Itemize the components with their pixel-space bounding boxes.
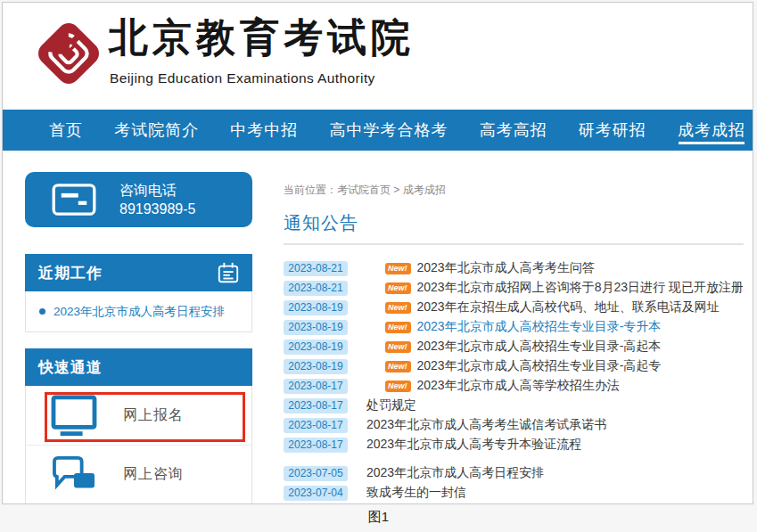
notice-row: 2023-08-21 New! 2023年北京市成招网上咨询将于8月23日进行 … xyxy=(284,278,744,298)
notice-row: 2023-08-17 处罚规定 xyxy=(284,396,744,415)
site-header: 北京教育考试院 Beijing Education Examinations A… xyxy=(3,3,753,110)
new-badge: New! xyxy=(385,341,411,353)
notice-date: 2023-08-17 xyxy=(284,398,348,413)
notice-link[interactable]: 2023年北京市成人高等学校招生办法 xyxy=(417,378,620,394)
notice-link[interactable]: 2023年北京市成招网上咨询将于8月23日进行 现已开放注册 xyxy=(417,280,744,296)
breadcrumb-prefix: 当前位置： xyxy=(284,184,337,196)
page-content: 咨询电话 89193989-5 近期工作 xyxy=(3,151,753,504)
quick-channel-box: 快速通道 网上报名 网上咨 xyxy=(25,348,252,504)
notice-link[interactable]: 2023年北京市成人高校招生专业目录-高起专 xyxy=(417,358,662,374)
notices-section-title: 通知公告 xyxy=(284,211,744,245)
nav-item-about[interactable]: 考试院简介 xyxy=(114,110,199,151)
new-badge: New! xyxy=(385,361,411,372)
notice-date: 2023-08-19 xyxy=(284,340,348,355)
phone-number: 89193989-5 xyxy=(119,200,195,218)
consult-phone-card: 咨询电话 89193989-5 xyxy=(25,172,252,227)
notice-link[interactable]: 2023年北京市成人高考考生问答 xyxy=(417,260,595,276)
notice-link[interactable]: 2023年北京市成人高考考生诚信考试承诺书 xyxy=(366,417,606,433)
notice-link[interactable]: 2023年在京招生成人高校代码、地址、联系电话及网址 xyxy=(417,299,720,315)
online-consult-item[interactable]: 网上咨询 xyxy=(26,445,251,503)
recent-work-title: 近期工作 xyxy=(38,263,103,283)
online-consult-label: 网上咨询 xyxy=(123,465,184,484)
notice-row: 2023-08-19 New! 2023年北京市成人高校招生专业目录-专升本 xyxy=(284,317,744,337)
sidebar: 咨询电话 89193989-5 近期工作 xyxy=(25,172,252,504)
new-badge: New! xyxy=(385,381,411,392)
online-registration-label: 网上报名 xyxy=(123,406,184,425)
notice-date: 2023-07-04 xyxy=(284,486,348,501)
website-screenshot: 北京教育考试院 Beijing Education Examinations A… xyxy=(2,2,753,504)
notice-row: 2023-08-17 2023年北京市成人高考考生诚信考试承诺书 xyxy=(284,415,744,435)
notice-date: 2023-07-05 xyxy=(284,466,348,481)
nav-item-home[interactable]: 首页 xyxy=(49,110,83,151)
site-subtitle: Beijing Education Examinations Authority xyxy=(110,70,375,86)
chat-icon xyxy=(50,454,98,495)
notice-link[interactable]: 2023年北京市成人高考专升本验证流程 xyxy=(366,437,581,453)
notice-link[interactable]: 2023年北京市成人高校招生专业目录-专升本 xyxy=(417,319,662,335)
notice-row: 2023-08-21 New! 2023年北京市成人高考考生问答 xyxy=(284,258,744,278)
main-nav: 首页 考试院简介 中考中招 高中学考合格考 高考高招 研考研招 成考成招 xyxy=(3,110,753,151)
new-badge: New! xyxy=(385,282,411,294)
beea-logo-icon[interactable] xyxy=(31,13,106,94)
notice-date: 2023-08-19 xyxy=(284,300,348,315)
notice-link[interactable]: 处罚规定 xyxy=(366,397,416,413)
notices-list: 2023-08-21 New! 2023年北京市成人高考考生问答 2023-08… xyxy=(284,258,744,503)
notice-link[interactable]: 2023年北京市成人高校招生专业目录-高起本 xyxy=(417,339,662,355)
notice-row: 2023-07-05 2023年北京市成人高考日程安排 xyxy=(284,463,744,483)
breadcrumb-home-link[interactable]: 考试院首页 xyxy=(337,184,391,196)
bullet-icon xyxy=(39,308,45,315)
main-content: 当前位置：考试院首页 > 成考成招 通知公告 2023-08-21 New! 2… xyxy=(284,172,744,504)
notice-date: 2023-08-17 xyxy=(284,438,348,453)
notice-row: 2023-08-19 New! 2023年北京市成人高校招生专业目录-高起专 xyxy=(284,356,744,376)
online-registration-item[interactable]: 网上报名 xyxy=(26,386,251,445)
nav-item-yankao[interactable]: 研考研招 xyxy=(579,110,646,151)
calendar-icon xyxy=(217,261,240,284)
figure-caption: 图1 xyxy=(0,509,757,526)
notice-date: 2023-08-19 xyxy=(284,320,348,335)
recent-work-box: 近期工作 2023年北京市成人高考日程安排 xyxy=(25,254,252,332)
breadcrumb-current: 成考成招 xyxy=(403,184,446,196)
notice-row: 2023-08-19 New! 2023年在京招生成人高校代码、地址、联系电话及… xyxy=(284,298,744,317)
new-badge: New! xyxy=(385,322,411,333)
nav-item-xuekao[interactable]: 高中学考合格考 xyxy=(329,110,448,151)
breadcrumb: 当前位置：考试院首页 > 成考成招 xyxy=(284,183,744,198)
breadcrumb-separator: > xyxy=(393,184,399,196)
monitor-icon xyxy=(50,395,98,436)
notice-row: 2023-07-04 致成考生的一封信 xyxy=(284,483,744,503)
notice-row: 2023-08-17 2023年北京市成人高考专升本验证流程 xyxy=(284,435,744,454)
new-badge: New! xyxy=(385,302,411,314)
nav-item-chengkao[interactable]: 成考成招 xyxy=(678,110,745,151)
notice-date: 2023-08-17 xyxy=(284,379,348,394)
notice-row: 2023-08-17 New! 2023年北京市成人高等学校招生办法 xyxy=(284,376,744,396)
new-badge: New! xyxy=(385,263,411,274)
site-title: 北京教育考试院 xyxy=(109,12,415,64)
phone-label: 咨询电话 xyxy=(119,181,195,200)
notice-link[interactable]: 2023年北京市成人高考日程安排 xyxy=(366,465,544,481)
recent-work-link[interactable]: 2023年北京市成人高考日程安排 xyxy=(53,304,225,320)
quick-channel-title: 快速通道 xyxy=(38,357,103,378)
notice-date: 2023-08-17 xyxy=(284,418,348,433)
phone-card-icon xyxy=(52,183,96,217)
notice-date: 2023-08-21 xyxy=(284,261,348,276)
notice-date: 2023-08-21 xyxy=(284,281,348,296)
notice-date: 2023-08-19 xyxy=(284,359,348,374)
notice-row: 2023-08-19 New! 2023年北京市成人高校招生专业目录-高起本 xyxy=(284,337,744,356)
nav-item-gaokao[interactable]: 高考高招 xyxy=(480,110,547,151)
notice-link[interactable]: 致成考生的一封信 xyxy=(366,485,466,501)
nav-item-zhongkao[interactable]: 中考中招 xyxy=(230,110,298,151)
